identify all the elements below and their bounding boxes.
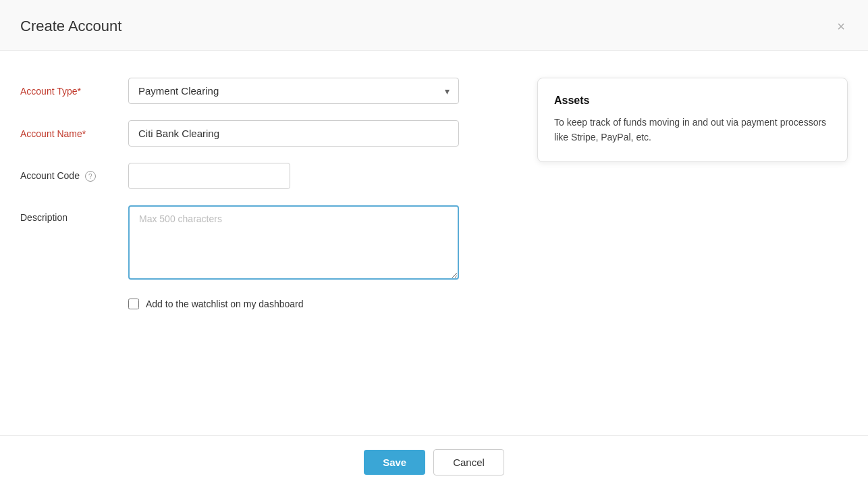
cancel-button[interactable]: Cancel [433, 449, 504, 475]
watchlist-row: Add to the watchlist on my dashboard [128, 299, 524, 309]
close-button[interactable]: × [834, 17, 848, 36]
watchlist-checkbox[interactable] [128, 299, 139, 309]
form-area: Account Type* Payment Clearing Bank Acco… [20, 78, 848, 309]
account-type-row: Account Type* Payment Clearing Bank Acco… [20, 78, 524, 104]
form-fields: Account Type* Payment Clearing Bank Acco… [20, 78, 524, 309]
modal-footer: Save Cancel [0, 435, 868, 489]
modal-dialog: Create Account × Account Type* Payment C… [0, 0, 868, 489]
account-code-input[interactable] [128, 163, 290, 189]
save-button[interactable]: Save [364, 450, 425, 475]
account-code-row: Account Code ? [20, 163, 524, 189]
modal-title: Create Account [20, 18, 121, 35]
tooltip-card: Assets To keep track of funds moving in … [537, 78, 848, 162]
description-row: Description [20, 205, 524, 280]
watchlist-label: Add to the watchlist on my dashboard [146, 299, 303, 309]
modal-overlay: Create Account × Account Type* Payment C… [0, 0, 868, 489]
account-name-label: Account Name* [20, 128, 128, 139]
help-icon[interactable]: ? [85, 171, 96, 182]
account-type-select[interactable]: Payment Clearing Bank Account Credit Car… [128, 78, 459, 104]
modal-header: Create Account × [0, 0, 868, 51]
tooltip-card-text: To keep track of funds moving in and out… [554, 115, 831, 145]
description-textarea[interactable] [128, 205, 459, 280]
account-name-input[interactable] [128, 120, 459, 147]
description-label: Description [20, 205, 128, 223]
account-code-label: Account Code ? [20, 170, 128, 182]
tooltip-card-title: Assets [554, 95, 831, 107]
account-name-row: Account Name* [20, 120, 524, 147]
account-type-select-wrapper: Payment Clearing Bank Account Credit Car… [128, 78, 459, 104]
modal-body: Account Type* Payment Clearing Bank Acco… [0, 51, 868, 435]
account-type-label: Account Type* [20, 86, 128, 97]
